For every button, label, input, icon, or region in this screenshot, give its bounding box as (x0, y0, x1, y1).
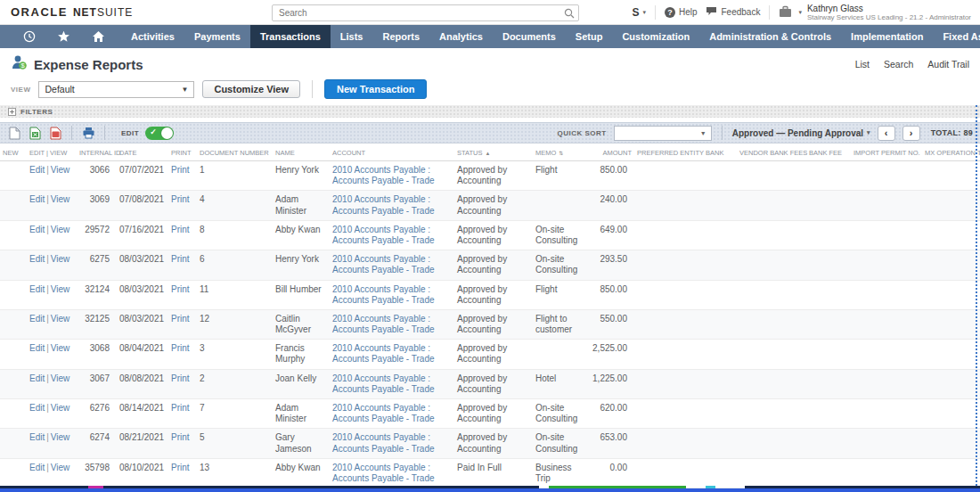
help-button[interactable]: ? Help (665, 7, 698, 18)
edit-link[interactable]: Edit (29, 343, 45, 353)
nav-item-lists[interactable]: Lists (331, 25, 373, 48)
feedback-button[interactable]: Feedback (706, 6, 760, 18)
column-header[interactable]: AMOUNT (588, 145, 634, 161)
print-link[interactable]: Print (171, 463, 190, 472)
roles-menu[interactable]: S ▾ (632, 6, 646, 19)
next-page-button[interactable]: › (902, 126, 920, 141)
user-menu[interactable]: ▾ Kathryn Glass Stairway Services US Lea… (779, 4, 971, 21)
cell-status: Approved by Accounting (454, 340, 533, 369)
user-name: Kathryn Glass (807, 4, 971, 13)
nav-item-fixed-assets[interactable]: Fixed Assets (933, 25, 980, 48)
view-dropdown[interactable]: Default ▼ (38, 81, 194, 98)
column-header[interactable]: STATUS▲ (454, 145, 533, 161)
print-link[interactable]: Print (171, 254, 190, 264)
column-header[interactable]: MX OPERATION TYPE (922, 145, 980, 161)
nav-item-transactions[interactable]: Transactions (250, 25, 331, 48)
print-icon[interactable] (81, 126, 95, 140)
edit-link[interactable]: Edit (29, 314, 45, 324)
view-link[interactable]: View (51, 284, 70, 294)
previous-page-button[interactable]: ‹ (878, 126, 895, 141)
column-header[interactable]: BANK FEE (806, 145, 851, 161)
filters-bar[interactable]: FILTERS (0, 105, 980, 118)
list-link[interactable]: List (855, 59, 870, 70)
view-link[interactable]: View (51, 403, 70, 413)
nav-item-setup[interactable]: Setup (566, 25, 613, 48)
cell-edit-view: Edit|View (27, 458, 77, 488)
column-header[interactable]: NAME (273, 145, 330, 161)
edit-link[interactable]: Edit (29, 432, 45, 442)
nav-item-customization[interactable]: Customization (612, 25, 699, 48)
account-link[interactable]: 2010 Accounts Payable : Accounts Payable… (332, 343, 435, 364)
column-header[interactable]: DOCUMENT NUMBER (197, 145, 273, 161)
print-link[interactable]: Print (171, 284, 190, 294)
nav-item-implementation[interactable]: Implementation (841, 25, 933, 48)
print-link[interactable]: Print (171, 403, 190, 413)
home-icon[interactable] (81, 30, 116, 43)
column-header[interactable]: PRINT (168, 145, 197, 161)
column-header[interactable]: VENDOR BANK FEES (737, 145, 806, 161)
edit-link[interactable]: Edit (29, 254, 45, 264)
account-link[interactable]: 2010 Accounts Payable : Accounts Payable… (332, 403, 435, 423)
view-link[interactable]: View (51, 373, 70, 383)
view-link[interactable]: View (51, 254, 70, 264)
account-link[interactable]: 2010 Accounts Payable : Accounts Payable… (332, 432, 435, 453)
print-link[interactable]: Print (171, 225, 190, 234)
view-link[interactable]: View (51, 432, 70, 442)
edit-link[interactable]: Edit (29, 403, 45, 413)
edit-link[interactable]: Edit (29, 225, 45, 234)
edit-link[interactable]: Edit (29, 463, 45, 472)
customize-view-button[interactable]: Customize View (202, 80, 300, 98)
edit-link[interactable]: Edit (29, 165, 45, 175)
view-link[interactable]: View (51, 343, 70, 353)
edit-link[interactable]: Edit (29, 194, 45, 204)
nav-item-reports[interactable]: Reports (372, 25, 429, 48)
account-link[interactable]: 2010 Accounts Payable : Accounts Payable… (332, 284, 435, 305)
print-link[interactable]: Print (171, 194, 190, 204)
nav-item-activities[interactable]: Activities (121, 25, 184, 48)
nav-item-payments[interactable]: Payments (184, 25, 250, 48)
edit-link[interactable]: Edit (29, 284, 45, 294)
account-link[interactable]: 2010 Accounts Payable : Accounts Payable… (332, 463, 435, 483)
column-header[interactable]: NEW (0, 145, 27, 161)
account-link[interactable]: 2010 Accounts Payable : Accounts Payable… (332, 194, 435, 215)
search-icon[interactable] (564, 6, 575, 22)
print-link[interactable]: Print (171, 314, 190, 324)
column-header[interactable]: PREFERRED ENTITY BANK (634, 145, 737, 161)
account-link[interactable]: 2010 Accounts Payable : Accounts Payable… (332, 225, 435, 245)
edit-toggle[interactable]: ✓ (145, 127, 174, 140)
nav-item-analytics[interactable]: Analytics (429, 25, 493, 48)
shortcuts-star-icon[interactable] (46, 30, 81, 43)
account-link[interactable]: 2010 Accounts Payable : Accounts Payable… (332, 165, 435, 185)
search-link[interactable]: Search (884, 59, 913, 70)
column-header[interactable]: MEMO⇅ (533, 145, 588, 161)
view-link[interactable]: View (51, 314, 70, 324)
print-link[interactable]: Print (171, 373, 190, 383)
export-excel-icon[interactable] (28, 126, 42, 140)
export-csv-icon[interactable] (7, 126, 21, 140)
print-link[interactable]: Print (171, 165, 190, 175)
new-transaction-button[interactable]: New Transaction (324, 79, 427, 99)
view-link[interactable]: View (51, 165, 70, 175)
account-link[interactable]: 2010 Accounts Payable : Accounts Payable… (332, 314, 435, 334)
print-link[interactable]: Print (171, 343, 190, 353)
column-header[interactable]: IMPORT PERMIT NO. (851, 145, 922, 161)
quick-sort-dropdown[interactable]: ▼ (614, 126, 712, 141)
column-header[interactable]: EDIT | VIEW (27, 145, 77, 161)
print-link[interactable]: Print (171, 432, 190, 442)
account-link[interactable]: 2010 Accounts Payable : Accounts Payable… (332, 254, 435, 275)
view-link[interactable]: View (51, 225, 70, 234)
nav-item-documents[interactable]: Documents (493, 25, 566, 48)
export-pdf-icon[interactable] (48, 126, 62, 140)
view-link[interactable]: View (51, 194, 70, 204)
account-link[interactable]: 2010 Accounts Payable : Accounts Payable… (332, 373, 435, 394)
recent-records-icon[interactable] (12, 30, 46, 43)
audit-trail-link[interactable]: Audit Trail (927, 59, 969, 70)
page-range-dropdown[interactable]: Approved — Pending Approval ▾ (732, 128, 870, 138)
edit-link[interactable]: Edit (29, 373, 45, 383)
nav-item-administration-controls[interactable]: Administration & Controls (699, 25, 841, 48)
column-header[interactable]: INTERNAL ID (77, 145, 117, 161)
column-header[interactable]: DATE (117, 145, 168, 161)
column-header[interactable]: ACCOUNT (330, 145, 454, 161)
view-link[interactable]: View (51, 463, 70, 472)
search-input[interactable] (272, 4, 579, 21)
